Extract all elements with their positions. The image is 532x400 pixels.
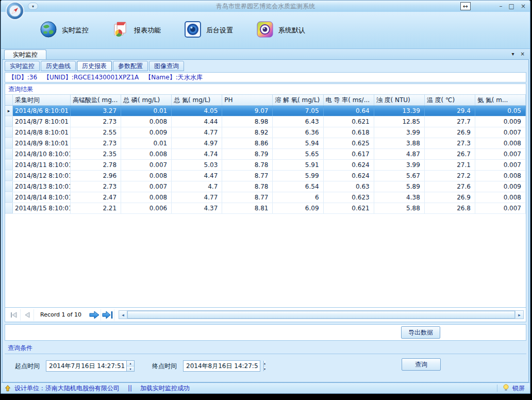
sub-tab-5[interactable]: 图像查询 [149,61,184,71]
document-tab-realtime[interactable]: 实时监控 [4,49,46,59]
cell-value: 4.77 [172,192,222,203]
column-header-3[interactable]: 总 氮( mg/L) [172,95,222,105]
export-band: 导出数据 [5,324,526,341]
column-header-9[interactable]: 氨 氮( m... [475,95,526,105]
cell-value: 0.05 [475,106,526,116]
cell-value: 0.008 [475,192,526,203]
maximize-button[interactable]: □ [509,2,514,10]
spin-up-icon[interactable]: ▴ [127,361,134,366]
column-header-7[interactable]: 浊 度( NTU) [374,95,425,105]
tab-close-icon[interactable]: × [521,51,525,57]
table-row[interactable]: 2014/8/13 8:10:012.730.0074.78.786.540.6… [5,181,526,192]
export-data-button[interactable]: 导出数据 [401,326,440,339]
cell-time: 2014/8/13 8:10:01 [13,181,71,192]
close-button[interactable]: × [521,2,526,10]
cell-value: 6.36 [273,127,323,138]
table-row[interactable]: ▸2014/8/6 8:10:013.270.014.059.077.050.6… [5,106,526,116]
toolbar-realtime-button[interactable]: 实时监控 [35,18,93,43]
cell-value: 4.37 [172,203,222,213]
table-row[interactable]: 2014/8/11 8:10:012.780.0075.038.785.910.… [5,160,526,171]
cell-value: 4.47 [172,171,222,181]
start-time-field[interactable]: ▴ ▾ [46,360,135,372]
end-time-spinner[interactable]: ▴ ▾ [263,361,265,371]
table-row[interactable]: 2014/8/15 8:10:012.210.0064.378.816.090.… [5,203,526,214]
row-indicator [5,138,13,148]
table-row[interactable]: 2014/8/9 8:10:012.730.014.978.865.940.62… [5,138,526,149]
column-header-1[interactable]: 高锰酸盐( mg... [71,95,121,105]
column-header-8[interactable]: 温 度( ℃) [425,95,475,105]
header-indicator-cell [5,95,13,105]
column-header-6[interactable]: 电 导 率( ms/... [324,95,374,105]
minimize-button[interactable]: – [500,2,503,10]
cell-value: 8.78 [222,181,273,192]
status-divider [497,385,497,392]
cell-value: 0.008 [121,116,172,127]
cell-value: 2.55 [71,127,121,138]
cell-time: 2014/8/14 8:10:01 [13,192,71,203]
prev-record-button[interactable] [21,309,34,321]
end-time-input[interactable] [184,361,263,371]
last-record-button[interactable] [101,309,114,321]
cell-value: 2.73 [71,116,121,127]
cell-value: 6.54 [273,181,323,192]
start-time-spinner[interactable]: ▴ ▾ [126,361,134,371]
cell-value: 0.007 [475,127,526,138]
table-row[interactable]: 2014/8/14 8:10:012.470.0084.778.7760.623… [5,192,526,203]
toolbar-report-button[interactable]: 报表功能 [107,18,165,43]
column-header-4[interactable]: PH [222,95,273,105]
horizontal-scrollbar[interactable]: ◂ ▸ [119,310,524,319]
cell-value: 6.09 [273,203,323,213]
cell-value: 4.87 [374,149,425,159]
toolbar-settings-button[interactable]: 后台设置 [179,18,237,43]
status-separator: || [128,385,132,392]
row-indicator [5,127,13,138]
scroll-thumb[interactable] [127,311,515,319]
cell-value: 0.621 [324,203,374,213]
column-header-2[interactable]: 总 磷( mg/L) [121,95,172,105]
spin-down-icon[interactable]: ▾ [264,366,265,372]
toolbar-settings-label: 后台设置 [206,26,233,35]
table-row[interactable]: 2014/8/7 8:10:012.730.0084.448.986.430.6… [5,116,526,127]
cell-value: 29.4 [425,106,475,116]
spin-down-icon[interactable]: ▾ [127,366,134,372]
table-row[interactable]: 2014/8/12 8:10:012.960.0084.478.775.990.… [5,171,526,181]
sub-tab-1[interactable]: 实时监控 [5,61,40,71]
cell-value: 0.007 [121,160,172,170]
cell-value: 0.008 [121,171,172,181]
end-time-field[interactable]: ▴ ▾ [183,360,260,372]
start-time-input[interactable] [46,361,126,371]
compass-app-icon[interactable] [5,1,25,23]
lock-screen-button[interactable]: 锁屏 [512,384,525,393]
table-row[interactable]: 2014/8/10 8:10:012.350.0084.748.795.650.… [5,149,526,160]
tab-dropdown-icon[interactable]: ▾ [512,51,514,57]
query-button[interactable]: 查询 [402,358,441,371]
resize-toggle-icon[interactable]: ↔ [460,2,471,10]
cell-value: 27.1 [425,160,475,170]
scroll-left-icon[interactable]: ◂ [119,311,127,319]
cell-value: 3.27 [71,106,121,116]
sub-tab-2[interactable]: 历史曲线 [41,61,76,71]
start-time-label: 起点时间 [15,362,40,371]
sub-tab-3[interactable]: 历史报表 [77,61,112,71]
cell-value: 0.63 [324,181,374,192]
cell-value: 4.44 [172,116,222,127]
cell-value: 4.7 [172,181,222,192]
sub-tabs: 实时监控历史曲线历史报表参数配置图像查询 [5,61,184,71]
next-record-button[interactable] [88,309,101,321]
cell-value: 0.008 [475,138,526,148]
column-header-0[interactable]: 采集时间 [13,95,71,105]
cell-value: 4.74 [172,149,222,159]
sub-tab-4[interactable]: 参数配置 [113,61,148,71]
toolbar-default-button[interactable]: 系统默认 [252,18,309,43]
cell-value: 5.99 [273,171,323,181]
main-toolbar: 实时监控 报表功能 [1,12,530,49]
scroll-right-icon[interactable]: ▸ [515,311,523,319]
cell-value: 0.617 [324,149,374,159]
column-header-5[interactable]: 溶 解 氧( mg/L) [273,95,323,105]
table-row[interactable]: 2014/8/8 8:10:012.550.0094.778.926.360.6… [5,127,526,138]
first-record-button[interactable] [7,309,21,321]
cell-value: 7.05 [273,106,323,116]
spin-up-icon[interactable]: ▴ [264,361,265,366]
next-record-icon [89,311,100,319]
query-results-group: 查询结果 采集时间高锰酸盐( mg...总 磷( mg/L)总 氮( mg/L)… [5,84,526,322]
